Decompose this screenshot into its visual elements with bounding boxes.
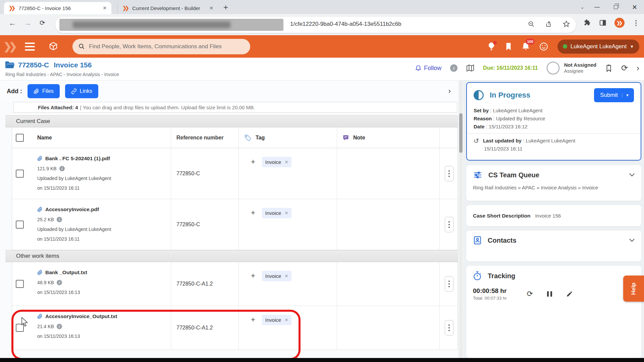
file-name[interactable]: AccessoryInvoice.pdf <box>45 206 99 213</box>
new-tab-button[interactable]: + <box>223 3 228 12</box>
global-search-input[interactable]: Find People, Work Items, Communications … <box>72 39 250 54</box>
url-text: 1/cfe12220-9ba0-474b-a054-13e5511b2c6b <box>290 21 401 27</box>
share-icon[interactable] <box>545 20 552 27</box>
queue-path: Ring Rail Industries » APAC » Invoice An… <box>473 185 635 190</box>
table-header-row: Name Reference number Tag N <box>12 127 458 148</box>
bookmark-star-icon[interactable] <box>563 20 570 27</box>
back-button[interactable]: ← <box>9 19 16 27</box>
row-checkbox[interactable] <box>16 170 24 178</box>
row-actions-menu[interactable] <box>445 320 453 336</box>
add-tag-button[interactable]: + <box>251 158 255 166</box>
file-name[interactable]: Bank . FC 5-202401 (1).pdf <box>45 156 110 162</box>
pega-extension-icon[interactable]: ❯❯ <box>614 18 625 28</box>
collapse-chevron-icon[interactable] <box>629 173 635 177</box>
minimize-button[interactable]: — <box>588 0 606 14</box>
add-tag-button[interactable]: + <box>251 272 255 280</box>
attachments-widget: Add : Files Links › Files Attached: 4 | … <box>0 80 458 358</box>
remove-tag-icon[interactable]: ✕ <box>284 274 288 279</box>
upload-date: on 15/11/2023 16:11 <box>37 236 167 242</box>
timer-refresh-icon[interactable]: ⟳ <box>527 290 533 298</box>
add-tag-button[interactable]: + <box>251 209 255 217</box>
help-tab[interactable]: Help <box>623 276 644 302</box>
extensions-puzzle-icon[interactable] <box>584 19 591 26</box>
add-files-button[interactable]: Files <box>28 84 60 98</box>
bookmark-add-icon[interactable] <box>605 64 612 72</box>
assignee-status: Not Assigned <box>564 62 596 68</box>
side-panel-icon[interactable] <box>599 19 606 26</box>
pega-logo-icon[interactable]: ❯❯ <box>3 41 17 52</box>
row-actions-menu[interactable] <box>445 217 453 232</box>
case-header: 772850-C Invoice 156 Ring Rail Industrie… <box>0 58 644 80</box>
reload-button[interactable]: ⟳ <box>40 19 45 27</box>
browser-menu-icon[interactable]: ⋮ <box>633 19 639 27</box>
row-checkbox[interactable] <box>16 280 24 288</box>
remove-tag-icon[interactable]: ✕ <box>284 317 288 322</box>
restore-button[interactable] <box>606 0 625 14</box>
forward-button[interactable]: → <box>24 19 32 27</box>
follow-button[interactable]: Follow <box>415 65 441 72</box>
search-placeholder: Find People, Work Items, Communications … <box>89 43 222 50</box>
table-row: AccessoryInvoice_Output.txt 21.4 KB i on… <box>12 306 458 350</box>
file-name[interactable]: Bank _Output.txt <box>45 269 87 276</box>
hamburger-menu-icon[interactable] <box>25 43 35 51</box>
file-name[interactable]: AccessoryInvoice_Output.txt <box>45 313 117 319</box>
url-field[interactable]: 1/cfe12220-9ba0-474b-a054-13e5511b2c6b <box>55 17 576 33</box>
timer-edit-pencil-icon[interactable] <box>566 291 573 297</box>
browser-tab-active[interactable]: ❯❯ 772850-C - Invoice 156 ✕ <box>4 2 111 14</box>
sliders-icon <box>473 171 482 179</box>
note-cell[interactable] <box>337 199 439 250</box>
tag-label: Invoice <box>265 210 281 216</box>
refresh-icon[interactable]: ⟳ <box>621 63 628 73</box>
scrollbar-thumb[interactable] <box>459 113 463 153</box>
remove-tag-icon[interactable]: ✕ <box>284 160 288 165</box>
close-tab-icon[interactable]: ✕ <box>102 5 107 11</box>
row-actions-menu[interactable] <box>445 276 453 292</box>
select-all-checkbox[interactable] <box>16 134 24 142</box>
map-icon[interactable] <box>466 64 474 72</box>
close-tab-icon[interactable]: ✕ <box>209 5 214 11</box>
note-cell[interactable] <box>337 148 439 199</box>
short-description-label: Case Short Description <box>473 213 530 219</box>
info-icon[interactable]: i <box>59 166 65 171</box>
tab-search-chevron-icon[interactable]: ⌄ <box>580 4 584 10</box>
notifications-bell-icon[interactable]: 100 <box>522 42 530 51</box>
tag-chip[interactable]: Invoice ✕ <box>262 315 291 325</box>
file-size: 48.9 KB <box>37 280 54 285</box>
submit-dropdown-caret-icon[interactable]: ▼ <box>622 93 629 97</box>
tag-chip[interactable]: Invoice ✕ <box>262 157 291 167</box>
assignee-avatar[interactable] <box>547 62 559 74</box>
right-panel: In Progress Submit ▼ Set by : LukeAgent … <box>464 80 644 358</box>
online-status-dot <box>563 44 567 49</box>
info-icon[interactable]: i <box>57 324 62 329</box>
feedback-smiley-icon[interactable] <box>539 42 548 51</box>
add-tag-button[interactable]: + <box>251 316 255 323</box>
submit-button[interactable]: Submit ▼ <box>594 88 634 102</box>
add-links-button[interactable]: Links <box>65 84 98 98</box>
chevron-right-icon[interactable]: › <box>637 63 639 73</box>
browser-tab-inactive[interactable]: ❯❯ Current Development - Builder ✕ <box>117 2 218 14</box>
close-window-button[interactable]: ✕ <box>625 0 644 14</box>
row-checkbox[interactable] <box>16 221 24 229</box>
row-checkbox[interactable] <box>16 324 24 332</box>
remove-tag-icon[interactable]: ✕ <box>284 210 288 216</box>
user-menu[interactable]: LukeAgent LukeAgent ▼ <box>557 40 639 54</box>
suggestions-bulb-icon[interactable] <box>487 42 495 51</box>
note-cell[interactable] <box>337 306 439 350</box>
vertical-scrollbar[interactable] <box>459 81 463 358</box>
zoom-out-icon[interactable] <box>528 20 535 27</box>
note-cell[interactable] <box>337 262 439 306</box>
info-icon[interactable]: i <box>450 64 458 72</box>
info-icon[interactable]: i <box>57 217 62 222</box>
expand-panel-chevron-icon[interactable]: › <box>448 87 451 96</box>
table-row: Bank _Output.txt 48.9 KB i on 15/11/2023… <box>12 262 458 306</box>
status-card: In Progress Submit ▼ Set by : LukeAgent … <box>466 82 641 161</box>
tag-chip[interactable]: Invoice ✕ <box>262 271 291 281</box>
table-row: AccessoryInvoice.pdf 25.2 KB i Uploaded … <box>12 199 458 250</box>
bookmarks-icon[interactable] <box>505 42 512 51</box>
collapse-chevron-icon[interactable] <box>629 239 635 242</box>
app-cube-icon[interactable] <box>48 42 58 52</box>
row-actions-menu[interactable] <box>445 166 453 181</box>
timer-pause-icon[interactable] <box>547 291 552 297</box>
info-icon[interactable]: i <box>57 280 62 285</box>
tag-chip[interactable]: Invoice ✕ <box>262 208 291 218</box>
